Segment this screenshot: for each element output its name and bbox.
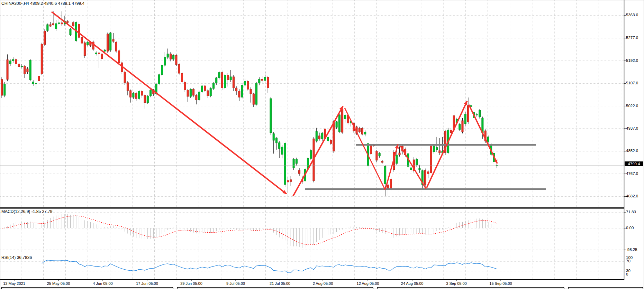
bull-candle — [212, 83, 214, 88]
macd-indicator-label: MACD(12,26,9) -1.85 27.79 — [1, 209, 52, 214]
bear-candle — [84, 43, 85, 56]
bear-candle — [81, 37, 83, 43]
time-axis-label: 13 May 2021 — [3, 281, 25, 286]
price-axis-label: 5192.0 — [626, 58, 638, 63]
time-axis-label: 12 Aug 05:00 — [357, 281, 379, 286]
bull-candle — [244, 81, 246, 85]
bull-candle — [87, 42, 89, 45]
bull-candle — [164, 57, 166, 65]
bull-candle — [487, 137, 489, 142]
bull-candle — [55, 24, 57, 29]
bull-candle — [281, 147, 283, 155]
rsi-indicator-label: RSI(14) 36.7836 — [1, 255, 32, 260]
bull-candle — [410, 168, 412, 170]
bull-candle — [218, 73, 220, 78]
bear-candle — [7, 60, 8, 80]
bear-candle — [24, 66, 26, 74]
bull-candle — [476, 114, 478, 115]
bear-candle — [61, 23, 63, 24]
docked-window-titlebar[interactable] — [1, 287, 173, 289]
bull-candle — [336, 122, 337, 127]
bear-candle — [387, 185, 389, 188]
bull-candle — [230, 77, 232, 80]
bull-candle — [58, 23, 60, 24]
bear-candle — [253, 94, 254, 104]
bull-candle — [150, 90, 152, 96]
bear-candle — [181, 73, 183, 82]
bull-candle — [284, 143, 286, 185]
bear-candle — [38, 76, 40, 81]
chart-canvas[interactable] — [0, 0, 644, 289]
annotations-layer — [0, 12, 624, 196]
time-axis-label: 24 Aug 05:00 — [401, 281, 424, 286]
indicator-axis-label: -98.25 — [626, 248, 637, 252]
bull-candle — [459, 124, 461, 130]
bear-candle — [41, 44, 43, 74]
bull-candle — [256, 83, 257, 104]
bull-candle — [316, 132, 317, 141]
bull-candle — [327, 137, 329, 141]
bull-candle — [293, 159, 294, 168]
bear-candle — [67, 21, 69, 22]
bull-candle — [224, 75, 226, 88]
bull-candle — [104, 50, 106, 51]
docked-window-titlebar[interactable] — [568, 287, 643, 289]
price-axis-label: 4937.0 — [626, 126, 638, 130]
time-axis-label: 3 Sep 05:00 — [446, 281, 466, 286]
trend-arrow — [400, 146, 426, 189]
mt4-chart-window: CHINA300-,H4 4809.2 4840.6 4788.1 4799.4… — [0, 0, 644, 289]
time-axis-label: 21 Jul 05:00 — [270, 281, 290, 286]
bull-candle — [258, 79, 260, 83]
trend-arrow — [52, 12, 287, 194]
bear-candle — [124, 72, 126, 83]
bear-candle — [390, 179, 392, 189]
bear-candle — [362, 128, 363, 134]
bear-candle — [318, 136, 320, 139]
bull-candle — [210, 88, 211, 96]
time-axis-label: 15 Sep 05:00 — [489, 281, 512, 286]
bear-candle — [439, 151, 441, 153]
time-axis-label: 4 Jun 05:00 — [93, 281, 113, 286]
bear-candle — [115, 42, 117, 51]
bull-candle — [12, 59, 14, 61]
bull-candle — [264, 77, 266, 81]
bear-candle — [462, 121, 463, 132]
bull-candle — [384, 166, 386, 184]
bear-candle — [193, 89, 194, 95]
indicator-axis-label: 0 — [626, 272, 628, 276]
bear-candle — [376, 151, 378, 160]
macd-layer — [2, 214, 497, 248]
bear-candle — [204, 86, 206, 91]
bull-candle — [216, 78, 217, 83]
bull-candle — [47, 25, 48, 30]
bull-candle — [147, 96, 148, 102]
bear-candle — [381, 161, 383, 162]
bear-candle — [144, 95, 146, 103]
bear-candle — [15, 59, 17, 64]
indicator-axis-label: 71.83 — [626, 210, 636, 214]
price-axis-label: 5107.0 — [626, 81, 638, 85]
time-axis-label: 2 Aug 05:00 — [313, 281, 333, 286]
docked-window-titlebar[interactable] — [377, 287, 564, 289]
bear-candle — [221, 73, 223, 88]
bear-candle — [112, 39, 114, 41]
bear-candle — [468, 105, 469, 122]
bear-candle — [207, 91, 209, 96]
bear-candle — [72, 22, 74, 26]
time-axis-label: 9 Jul 05:00 — [226, 281, 245, 286]
time-axis-label: 29 Jun 05:00 — [180, 281, 202, 286]
bull-candle — [279, 143, 280, 149]
bear-candle — [101, 54, 103, 59]
bull-candle — [95, 53, 97, 54]
bear-candle — [247, 81, 249, 89]
price-axis-label: 4682.0 — [626, 194, 638, 198]
candles-layer — [1, 11, 498, 196]
docked-window-titlebar[interactable] — [177, 287, 373, 289]
bull-candle — [167, 54, 169, 57]
bull-candle — [296, 159, 297, 164]
bear-candle — [44, 31, 46, 45]
bear-candle — [170, 54, 171, 59]
bear-candle — [184, 82, 186, 90]
bull-candle — [29, 60, 31, 80]
bull-candle — [321, 133, 323, 139]
